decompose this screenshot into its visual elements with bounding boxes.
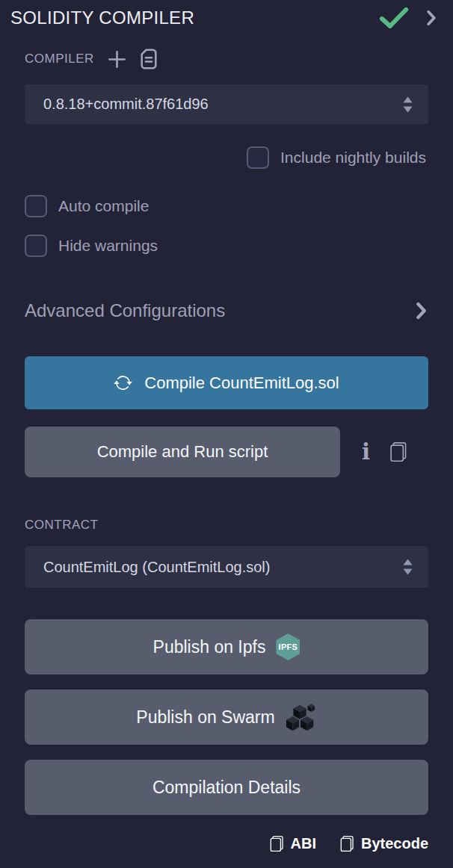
contract-label-row: CONTRACT: [25, 517, 428, 533]
auto-compile-row: Auto compile: [25, 194, 428, 217]
add-custom-compiler-plus-icon[interactable]: [107, 49, 127, 69]
compile-button[interactable]: Compile CountEmitLog.sol: [25, 356, 428, 409]
auto-compile-label[interactable]: Auto compile: [58, 197, 149, 215]
info-icon[interactable]: i: [362, 441, 370, 463]
hide-warnings-label[interactable]: Hide warnings: [58, 237, 158, 255]
hide-warnings-row: Hide warnings: [25, 234, 428, 257]
include-nightly-label[interactable]: Include nightly builds: [280, 149, 426, 167]
ipfs-logo-icon: IPFS: [276, 633, 300, 660]
copy-bytecode-button[interactable]: Bytecode: [339, 835, 428, 852]
copy-script-icon[interactable]: [388, 441, 407, 462]
compile-button-label: Compile CountEmitLog.sol: [144, 373, 339, 393]
hide-warnings-checkbox[interactable]: [25, 235, 47, 257]
panel-header: SOLIDITY COMPILER: [0, 0, 453, 28]
copy-footer-row: ABI Bytecode: [25, 835, 428, 852]
advanced-chevron-right-icon: [416, 302, 427, 320]
open-compiler-config-file-icon[interactable]: [140, 49, 158, 69]
compiler-version-select[interactable]: 0.8.18+commit.87f61d96: [25, 84, 428, 124]
select-caret-updown-icon: [402, 559, 413, 575]
copy-abi-button[interactable]: ABI: [268, 835, 316, 852]
contract-select-value: CountEmitLog (CountEmitLog.sol): [43, 559, 270, 576]
include-nightly-checkbox[interactable]: [247, 146, 269, 169]
publish-ipfs-label: Publish on Ipfs: [153, 637, 266, 657]
compilation-details-label: Compilation Details: [152, 778, 301, 798]
compile-success-check-icon: [378, 7, 410, 28]
compiler-section-label: COMPILER: [25, 52, 94, 66]
collapse-panel-chevron-right-icon[interactable]: [426, 10, 437, 26]
compile-and-run-button[interactable]: Compile and Run script: [25, 427, 340, 477]
compiler-version-value: 0.8.18+commit.87f61d96: [43, 96, 209, 113]
advanced-configurations-label: Advanced Configurations: [25, 300, 225, 321]
include-nightly-row: Include nightly builds: [25, 146, 428, 169]
publish-on-swarm-button[interactable]: Publish on Swarm: [25, 689, 428, 745]
contract-select[interactable]: CountEmitLog (CountEmitLog.sol): [25, 546, 428, 588]
contract-section-label: CONTRACT: [25, 518, 98, 533]
compile-run-row: Compile and Run script i: [25, 427, 428, 477]
auto-compile-checkbox[interactable]: [25, 195, 47, 217]
swarm-logo-icon: [286, 701, 317, 733]
compile-and-run-label: Compile and Run script: [97, 442, 268, 462]
copy-icon: [339, 835, 354, 852]
copy-abi-label: ABI: [291, 835, 316, 852]
advanced-configurations-toggle[interactable]: Advanced Configurations: [25, 300, 428, 321]
select-caret-updown-icon: [402, 96, 413, 113]
compilation-details-button[interactable]: Compilation Details: [25, 760, 428, 815]
copy-bytecode-label: Bytecode: [361, 835, 428, 852]
copy-icon: [268, 835, 284, 852]
publish-on-ipfs-button[interactable]: Publish on Ipfs IPFS: [25, 619, 428, 675]
refresh-icon: [114, 373, 132, 392]
page-title: SOLIDITY COMPILER: [10, 7, 194, 28]
publish-swarm-label: Publish on Swarm: [136, 707, 274, 728]
compiler-label-row: COMPILER: [25, 48, 428, 70]
